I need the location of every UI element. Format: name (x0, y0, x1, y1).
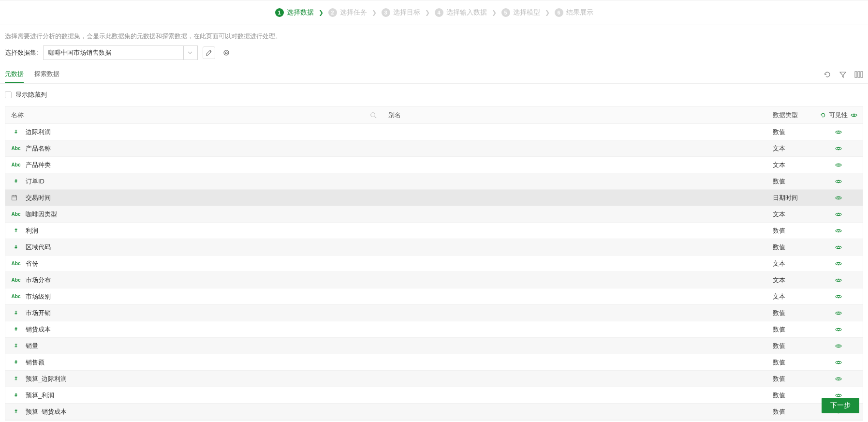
number-type-icon: # (11, 327, 21, 332)
eye-icon[interactable] (835, 162, 842, 168)
dataset-select[interactable]: 咖啡中国市场销售数据 (43, 45, 198, 60)
table-row[interactable]: Abc产品名称文本 (5, 140, 863, 157)
text-type-icon: Abc (11, 261, 21, 266)
table-row[interactable]: #市场开销数值 (5, 305, 863, 321)
chevron-right-icon: ❯ (425, 9, 430, 16)
svg-point-20 (838, 263, 839, 265)
number-type-icon: # (11, 129, 21, 135)
svg-point-10 (838, 164, 839, 166)
column-type: 数值 (771, 407, 814, 416)
svg-point-1 (225, 52, 227, 54)
dataset-selector-row: 选择数据集: 咖啡中国市场销售数据 (0, 45, 868, 66)
table-row[interactable]: Abc市场级别文本 (5, 288, 863, 305)
tab-tools (824, 71, 863, 78)
eye-icon[interactable] (835, 260, 842, 267)
eye-icon[interactable] (835, 343, 842, 349)
search-icon[interactable] (370, 112, 377, 119)
step-badge: 3 (382, 8, 390, 17)
column-type: 文本 (771, 144, 814, 153)
column-type: 数值 (771, 325, 814, 334)
step-6[interactable]: 6结果展示 (555, 8, 593, 17)
table-row[interactable]: #预算_销货成本数值 (5, 404, 863, 420)
chevron-down-icon (183, 46, 192, 60)
column-name: 销量 (26, 342, 38, 350)
eye-icon[interactable] (835, 145, 842, 152)
step-2[interactable]: 2选择任务 (328, 8, 367, 17)
number-type-icon: # (11, 409, 21, 414)
svg-point-19 (838, 246, 839, 248)
svg-point-16 (838, 197, 839, 199)
svg-line-6 (375, 116, 377, 118)
table-row[interactable]: Abc市场分布文本 (5, 272, 863, 288)
step-label: 选择模型 (513, 8, 540, 17)
tab-explore[interactable]: 探索数据 (34, 66, 59, 83)
table-row[interactable]: #销售额数值 (5, 354, 863, 371)
metadata-table: 名称 别名 数据类型 可见性 #边际利润数值Abc产品名称文本Abc产品种类文本… (5, 106, 863, 421)
table-row[interactable]: #预算_利润数值 (5, 387, 863, 404)
chevron-right-icon: ❯ (372, 9, 377, 16)
table-row[interactable]: Abc省份文本 (5, 256, 863, 272)
table-row[interactable]: #利润数值 (5, 223, 863, 239)
step-label: 结果展示 (566, 8, 593, 17)
columns-icon[interactable] (854, 71, 863, 78)
eye-icon[interactable] (835, 227, 842, 234)
svg-point-25 (838, 345, 839, 347)
text-type-icon: Abc (11, 146, 21, 151)
table-row[interactable]: #边际利润数值 (5, 124, 863, 140)
step-label: 选择目标 (393, 8, 420, 17)
step-1[interactable]: 1选择数据 (275, 8, 314, 17)
filter-icon[interactable] (839, 71, 847, 78)
eye-icon[interactable] (835, 178, 842, 185)
table-row[interactable]: #销货成本数值 (5, 321, 863, 338)
svg-point-26 (838, 362, 839, 363)
refresh-icon[interactable] (824, 71, 831, 78)
eye-icon[interactable] (835, 310, 842, 316)
table-row[interactable]: Abc产品种类文本 (5, 157, 863, 173)
eye-icon[interactable] (835, 195, 842, 201)
column-name: 交易时间 (26, 194, 51, 202)
step-label: 选择任务 (340, 8, 367, 17)
eye-icon[interactable] (851, 112, 857, 119)
svg-rect-2 (855, 72, 857, 77)
edit-button[interactable] (203, 46, 215, 59)
show-hidden-row: 显示隐藏列 (0, 84, 868, 106)
eye-icon[interactable] (835, 129, 842, 136)
visibility-refresh-icon[interactable] (820, 112, 826, 118)
eye-icon[interactable] (835, 244, 842, 251)
table-row[interactable]: Abc咖啡因类型文本 (5, 206, 863, 223)
column-name: 利润 (26, 226, 38, 235)
table-row[interactable]: #预算_边际利润数值 (5, 371, 863, 387)
table-row[interactable]: #订单ID数值 (5, 173, 863, 190)
column-type: 数值 (771, 177, 814, 186)
column-type: 数值 (771, 128, 814, 136)
step-5[interactable]: 5选择模型 (501, 8, 540, 17)
eye-icon[interactable] (835, 277, 842, 284)
step-4[interactable]: 4选择输入数据 (435, 8, 487, 17)
eye-icon[interactable] (835, 376, 842, 382)
eye-icon[interactable] (835, 293, 842, 300)
svg-point-11 (838, 181, 839, 182)
step-3[interactable]: 3选择目标 (382, 8, 420, 17)
step-badge: 5 (501, 8, 510, 17)
chevron-right-icon: ❯ (545, 9, 550, 16)
settings-gear-icon[interactable] (220, 46, 233, 59)
column-name: 区域代码 (26, 243, 51, 252)
step-badge: 6 (555, 8, 563, 17)
table-row[interactable]: #销量数值 (5, 338, 863, 354)
table-row[interactable]: #区域代码数值 (5, 239, 863, 256)
eye-icon[interactable] (835, 359, 842, 366)
footer: 下一步 (822, 398, 859, 413)
step-label: 选择数据 (287, 8, 314, 17)
step-label: 选择输入数据 (446, 8, 487, 17)
next-button[interactable]: 下一步 (822, 398, 859, 413)
number-type-icon: # (11, 360, 21, 365)
svg-rect-3 (858, 72, 860, 77)
tabs: 元数据 探索数据 (5, 66, 59, 83)
column-name: 产品名称 (26, 144, 51, 153)
dataset-selector-label: 选择数据集: (5, 48, 38, 57)
show-hidden-checkbox[interactable] (5, 91, 12, 98)
eye-icon[interactable] (835, 326, 842, 333)
table-row[interactable]: 交易时间日期时间 (5, 190, 863, 206)
eye-icon[interactable] (835, 211, 842, 218)
tab-metadata[interactable]: 元数据 (5, 66, 24, 83)
